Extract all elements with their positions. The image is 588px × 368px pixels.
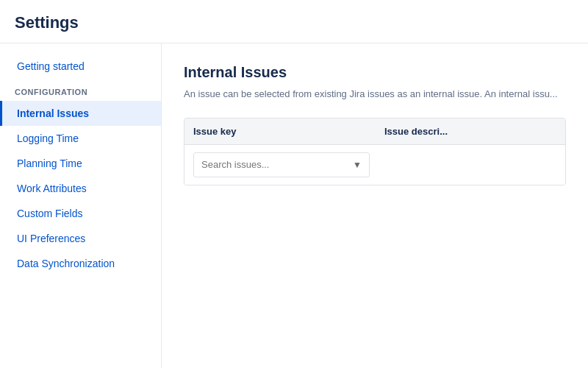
page-header: Settings	[0, 0, 588, 43]
sidebar-item-getting-started[interactable]: Getting started	[0, 54, 161, 79]
search-issues-input[interactable]	[201, 159, 350, 170]
table-body: ▼	[184, 145, 565, 185]
sidebar-item-internal-issues[interactable]: Internal Issues	[0, 101, 161, 126]
sidebar-item-data-synchronization[interactable]: Data Synchronization	[0, 251, 161, 276]
sidebar-item-custom-fields[interactable]: Custom Fields	[0, 201, 161, 226]
dropdown-icon: ▼	[353, 160, 362, 170]
sidebar-item-logging-time[interactable]: Logging Time	[0, 126, 161, 151]
search-issues-wrapper[interactable]: ▼	[193, 152, 370, 177]
sidebar-item-work-attributes[interactable]: Work Attributes	[0, 176, 161, 201]
issues-table: Issue key Issue descri... ▼	[184, 118, 566, 185]
sidebar: Getting started CONFIGURATION Internal I…	[0, 43, 162, 368]
sidebar-item-planning-time[interactable]: Planning Time	[0, 151, 161, 176]
content-title: Internal Issues	[184, 64, 566, 81]
sidebar-item-ui-preferences[interactable]: UI Preferences	[0, 226, 161, 251]
page-title: Settings	[15, 13, 573, 32]
main-layout: Getting started CONFIGURATION Internal I…	[0, 43, 588, 368]
content-area: Internal Issues An issue can be selected…	[162, 43, 588, 368]
sidebar-section-label: CONFIGURATION	[0, 79, 161, 101]
table-header: Issue key Issue descri...	[184, 118, 565, 145]
column-header-issue-key: Issue key	[193, 126, 384, 137]
column-header-issue-desc: Issue descri...	[384, 126, 556, 137]
content-description: An issue can be selected from existing J…	[184, 87, 566, 102]
